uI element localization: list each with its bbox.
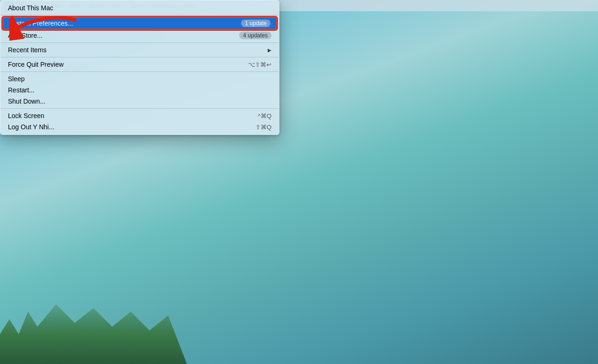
menu-item-recent-items[interactable]: Recent Items ▶ [0, 44, 279, 56]
menu-item-sleep[interactable]: Sleep [0, 73, 279, 84]
log-out-label: Log Out Y Nhi... [8, 123, 54, 131]
lock-screen-shortcut: ^⌘Q [258, 112, 271, 119]
separator-5 [0, 108, 279, 109]
menu-item-log-out[interactable]: Log Out Y Nhi... ⇧⌘Q [0, 121, 279, 133]
recent-items-right: ▶ [268, 48, 271, 53]
menu-item-force-quit[interactable]: Force Quit Preview ⌥⇧⌘↩ [0, 59, 279, 70]
system-preferences-right: 1 update [241, 20, 271, 27]
force-quit-shortcut: ⌥⇧⌘↩ [248, 61, 271, 68]
menu-item-app-store[interactable]: App Store... 4 updates [0, 30, 279, 41]
app-store-label: App Store... [8, 32, 43, 39]
shut-down-label: Shut Down... [8, 98, 45, 105]
menu-item-about-mac[interactable]: About This Mac [0, 2, 279, 14]
app-store-badge: 4 updates [239, 32, 271, 39]
menu-item-system-preferences[interactable]: System Preferences... 1 update [2, 17, 277, 30]
sleep-label: Sleep [8, 75, 25, 83]
log-out-shortcut: ⇧⌘Q [256, 124, 271, 131]
separator-2 [0, 42, 279, 43]
separator-4 [0, 71, 279, 72]
system-preferences-label: System Preferences... [9, 20, 73, 27]
force-quit-label: Force Quit Preview [8, 61, 64, 68]
restart-label: Restart... [8, 86, 35, 94]
recent-items-label: Recent Items [8, 46, 46, 54]
recent-items-arrow: ▶ [268, 48, 271, 53]
app-store-right: 4 updates [239, 32, 271, 39]
menu-item-restart[interactable]: Restart... [0, 84, 279, 96]
menu-item-shut-down[interactable]: Shut Down... [0, 96, 279, 107]
menu-item-lock-screen[interactable]: Lock Screen ^⌘Q [0, 110, 279, 121]
separator-1 [0, 15, 279, 15]
apple-dropdown-menu: About This Mac System Preferences... 1 u… [0, 0, 279, 135]
about-mac-label: About This Mac [8, 4, 53, 12]
desktop:  Preview File Edit View Go Tools Window… [0, 0, 598, 364]
lock-screen-label: Lock Screen [8, 112, 44, 119]
desktop-trees [0, 289, 187, 364]
system-preferences-badge: 1 update [241, 20, 271, 27]
separator-3 [0, 57, 279, 57]
